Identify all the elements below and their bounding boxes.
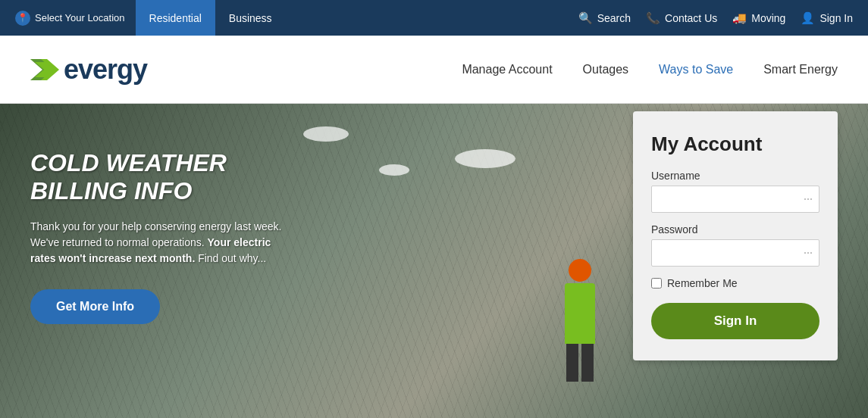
username-label: Username	[651, 170, 819, 182]
top-bar-right: 🔍 Search 📞 Contact Us 🚚 Moving 👤 Sign In	[578, 11, 853, 25]
logo-text: evergy	[64, 54, 147, 86]
worker-legs	[550, 344, 610, 382]
signin-nav-item[interactable]: 👤 Sign In	[801, 11, 853, 25]
username-input-icon: ⋯	[804, 194, 813, 204]
top-bar-left: 📍 Select Your Location Residential Busin…	[15, 0, 286, 36]
password-input-container: ⋯	[651, 239, 819, 267]
password-label: Password	[651, 223, 819, 236]
hero-description: Thank you for your help conserving energ…	[30, 219, 296, 267]
contact-nav-item[interactable]: 📞 Contact Us	[646, 11, 717, 25]
hero-content: COLD WEATHER BILLING INFO Thank you for …	[30, 149, 296, 324]
nav-smart-energy[interactable]: Smart Energy	[763, 63, 838, 76]
main-nav: evergy Manage Account Outages Ways to Sa…	[0, 36, 868, 104]
snow-decoration	[303, 126, 349, 142]
search-nav-item[interactable]: 🔍 Search	[578, 11, 631, 25]
phone-icon: 📞	[646, 11, 660, 25]
location-selector[interactable]: 📍 Select Your Location	[15, 11, 136, 26]
account-panel: My Account Username ⋯ Password ⋯ Remembe…	[633, 111, 838, 360]
nav-ways-to-save[interactable]: Ways to Save	[659, 63, 733, 76]
account-panel-title: My Account	[651, 133, 819, 156]
search-icon: 🔍	[578, 11, 593, 25]
remember-me-row: Remember Me	[651, 277, 819, 289]
nav-manage-account[interactable]: Manage Account	[462, 63, 552, 76]
hero-title: COLD WEATHER BILLING INFO	[30, 149, 296, 205]
main-nav-links: Manage Account Outages Ways to Save Smar…	[462, 63, 838, 76]
moving-label: Moving	[751, 12, 785, 24]
snow-decoration	[379, 164, 409, 176]
remember-me-label: Remember Me	[667, 277, 738, 289]
search-label: Search	[597, 12, 631, 24]
tab-business[interactable]: Business	[215, 0, 286, 36]
contact-label: Contact Us	[665, 12, 717, 24]
nav-outages[interactable]: Outages	[583, 63, 628, 76]
hero-desc-end: Find out why...	[195, 252, 266, 264]
top-bar: 📍 Select Your Location Residential Busin…	[0, 0, 868, 36]
snow-decoration	[455, 149, 515, 168]
sign-in-button[interactable]: Sign In	[651, 303, 819, 339]
worker-body	[565, 283, 595, 344]
username-input-container: ⋯	[651, 186, 819, 213]
signin-nav-label: Sign In	[819, 12, 853, 24]
remember-me-checkbox[interactable]	[651, 278, 662, 289]
worker-leg-left	[566, 344, 578, 382]
password-input-icon: ⋯	[804, 248, 813, 258]
tab-residential[interactable]: Residential	[136, 0, 215, 36]
logo[interactable]: evergy	[30, 54, 147, 86]
get-more-info-button[interactable]: Get More Info	[30, 289, 160, 324]
location-icon: 📍	[15, 11, 30, 26]
location-label: Select Your Location	[35, 12, 125, 23]
username-input[interactable]	[658, 193, 804, 205]
top-nav-tabs: Residential Business	[136, 0, 286, 36]
worker-head	[569, 259, 591, 282]
worker-leg-right	[581, 344, 594, 382]
logo-arrow-icon	[30, 59, 59, 80]
hero-section: COLD WEATHER BILLING INFO Thank you for …	[0, 104, 868, 418]
moving-nav-item[interactable]: 🚚 Moving	[732, 11, 785, 25]
truck-icon: 🚚	[732, 11, 747, 25]
user-icon: 👤	[801, 11, 815, 25]
password-input[interactable]	[658, 247, 804, 259]
worker-figure	[550, 259, 610, 395]
